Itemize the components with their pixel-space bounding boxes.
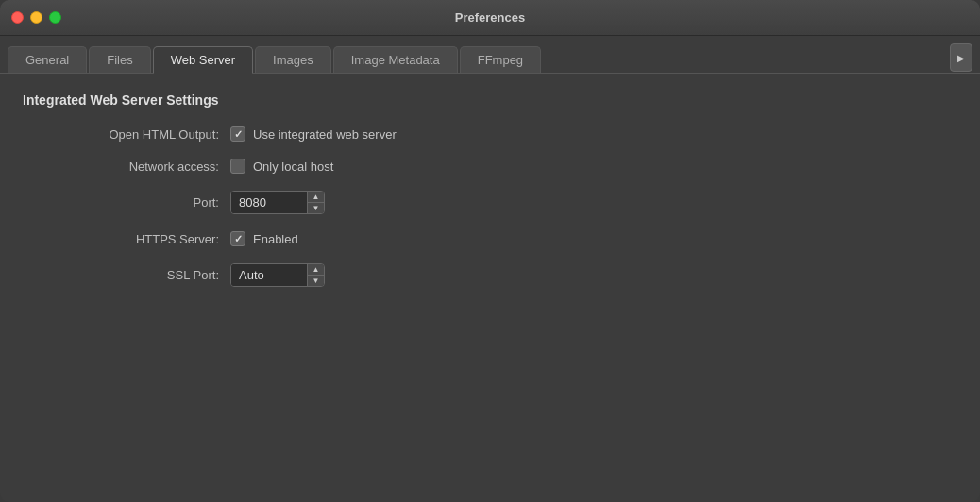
preferences-window: Preferences General Files Web Server Ima… (0, 0, 980, 502)
window-title: Preferences (455, 10, 525, 25)
ssl-port-spinner-buttons: ▲ ▼ (307, 264, 324, 286)
port-decrement-button[interactable]: ▼ (308, 203, 324, 213)
content-area: Integrated Web Server Settings Open HTML… (0, 74, 980, 502)
tab-scroll-right-button[interactable]: ▶ (950, 43, 972, 72)
port-spinner-buttons: ▲ ▼ (307, 192, 324, 213)
network-access-control: Only local host (230, 159, 333, 174)
use-web-server-label: Use integrated web server (253, 127, 397, 142)
tab-web-server[interactable]: Web Server (153, 46, 253, 74)
ssl-port-decrement-button[interactable]: ▼ (308, 276, 324, 286)
tab-image-metadata[interactable]: Image Metadata (333, 46, 458, 73)
ssl-port-row: SSL Port: ▲ ▼ (42, 263, 957, 287)
maximize-button[interactable] (49, 11, 61, 24)
https-enabled-checkbox[interactable] (230, 231, 245, 246)
tab-bar: General Files Web Server Images Image Me… (0, 36, 980, 74)
settings-grid: Open HTML Output: Use integrated web ser… (23, 126, 957, 287)
use-web-server-checkbox-container[interactable]: Use integrated web server (230, 126, 397, 142)
https-server-control: Enabled (230, 231, 298, 246)
port-spinner: ▲ ▼ (230, 191, 325, 214)
open-html-output-label: Open HTML Output: (42, 127, 230, 142)
port-input[interactable] (231, 192, 307, 213)
ssl-port-increment-button[interactable]: ▲ (308, 264, 324, 276)
open-html-output-control: Use integrated web server (230, 126, 397, 142)
traffic-lights (11, 11, 61, 24)
https-enabled-checkbox-container[interactable]: Enabled (230, 231, 298, 246)
port-row: Port: ▲ ▼ (42, 191, 957, 214)
tab-images[interactable]: Images (255, 46, 331, 73)
port-increment-button[interactable]: ▲ (308, 192, 324, 203)
only-local-host-checkbox-container[interactable]: Only local host (230, 159, 333, 174)
port-control: ▲ ▼ (230, 191, 325, 214)
ssl-port-input[interactable] (231, 264, 307, 286)
network-access-row: Network access: Only local host (42, 159, 957, 174)
tab-general[interactable]: General (8, 46, 87, 73)
use-web-server-checkbox[interactable] (230, 126, 245, 142)
open-html-output-row: Open HTML Output: Use integrated web ser… (42, 126, 957, 142)
close-button[interactable] (11, 11, 24, 24)
ssl-port-spinner: ▲ ▼ (230, 263, 325, 287)
ssl-port-control: ▲ ▼ (230, 263, 325, 287)
minimize-button[interactable] (30, 11, 42, 24)
tab-files[interactable]: Files (89, 46, 150, 73)
section-title: Integrated Web Server Settings (23, 92, 957, 108)
port-label: Port: (42, 195, 230, 209)
tab-ffmpeg[interactable]: FFmpeg (460, 46, 541, 73)
https-server-label: HTTPS Server: (42, 232, 230, 246)
https-server-row: HTTPS Server: Enabled (42, 231, 957, 246)
ssl-port-label: SSL Port: (42, 268, 230, 282)
network-access-label: Network access: (42, 159, 230, 174)
https-enabled-label: Enabled (253, 232, 298, 246)
chevron-right-icon: ▶ (957, 53, 965, 63)
only-local-host-checkbox[interactable] (230, 159, 245, 174)
only-local-host-label: Only local host (253, 159, 333, 174)
title-bar: Preferences (0, 0, 980, 36)
